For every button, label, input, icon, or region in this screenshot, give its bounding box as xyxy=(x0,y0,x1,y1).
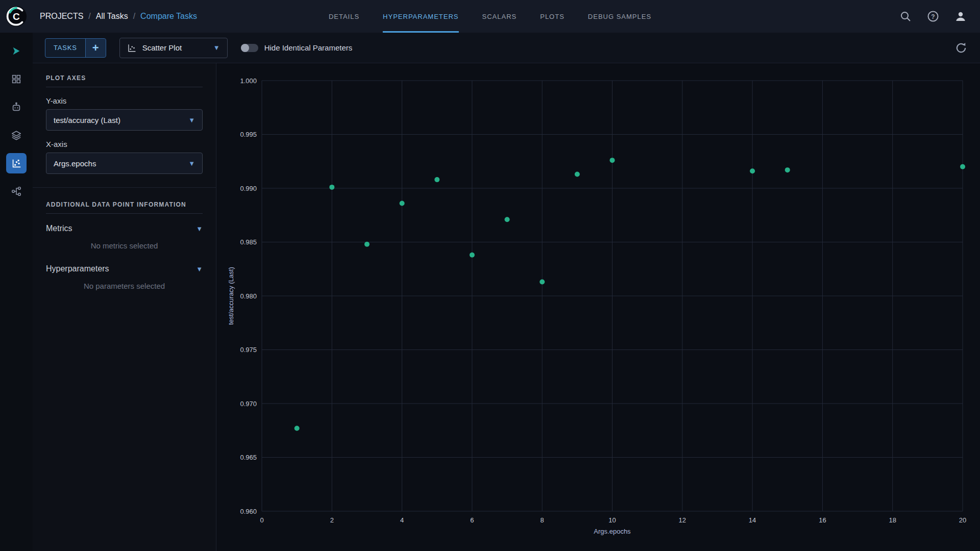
content-column: TASKS + Scatter Plot ▼ Hide Identical P xyxy=(33,33,980,551)
svg-text:0: 0 xyxy=(260,516,263,524)
svg-text:test/accuracy (Last): test/accuracy (Last) xyxy=(227,267,235,324)
svg-text:C: C xyxy=(13,11,20,22)
svg-text:0.975: 0.975 xyxy=(240,346,257,354)
tab-hyperparameters[interactable]: HYPERPARAMETERS xyxy=(383,0,458,33)
tab-scalars[interactable]: SCALARS xyxy=(482,0,517,33)
svg-text:16: 16 xyxy=(819,516,826,524)
compare-toolbar: TASKS + Scatter Plot ▼ Hide Identical P xyxy=(33,33,980,63)
clearml-logo[interactable]: C xyxy=(0,6,33,27)
svg-text:0.995: 0.995 xyxy=(240,131,257,138)
x-axis-value: Args.epochs xyxy=(54,159,96,168)
chevron-down-icon: ▼ xyxy=(196,265,203,273)
chevron-down-icon: ▼ xyxy=(188,116,195,124)
breadcrumb-separator: / xyxy=(88,12,90,21)
plot-settings-panel: PLOT AXES Y-axis test/accuracy (Last) ▼ … xyxy=(33,63,216,551)
sidebar-item-reports[interactable] xyxy=(0,93,33,121)
help-icon[interactable]: ? xyxy=(927,10,939,22)
pipelines-icon xyxy=(11,186,22,197)
metrics-collapse[interactable]: Metrics ▼ xyxy=(46,224,203,233)
svg-text:1.000: 1.000 xyxy=(240,77,257,85)
svg-text:6: 6 xyxy=(470,516,474,524)
work-row: PLOT AXES Y-axis test/accuracy (Last) ▼ … xyxy=(33,63,980,551)
layers-icon xyxy=(11,130,22,141)
reports-bot-icon xyxy=(11,102,22,113)
scatter-compare-icon xyxy=(11,158,22,169)
app-root: C PROJECTS / All Tasks / Compare Tasks D… xyxy=(0,0,980,551)
chevron-down-icon: ▼ xyxy=(213,44,220,52)
search-icon[interactable] xyxy=(899,10,912,22)
sidebar-item-models[interactable] xyxy=(0,121,33,149)
scatter-plot-icon xyxy=(127,43,136,53)
header-tabs: DETAILS HYPERPARAMETERS SCALARS PLOTS DE… xyxy=(329,0,651,33)
y-axis-value: test/accuracy (Last) xyxy=(54,116,120,124)
additional-info-heading: ADDITIONAL DATA POINT INFORMATION xyxy=(46,201,203,214)
projects-icon xyxy=(11,45,22,57)
svg-text:0.960: 0.960 xyxy=(240,508,257,515)
svg-text:14: 14 xyxy=(749,516,756,524)
breadcrumb: PROJECTS / All Tasks / Compare Tasks xyxy=(40,12,197,21)
tab-debug-samples[interactable]: DEBUG SAMPLES xyxy=(588,0,651,33)
svg-text:0.990: 0.990 xyxy=(240,185,257,192)
body-row: TASKS + Scatter Plot ▼ Hide Identical P xyxy=(0,33,980,551)
metrics-empty-state: No metrics selected xyxy=(46,241,203,250)
clearml-logo-icon: C xyxy=(6,6,27,27)
breadcrumb-all-tasks[interactable]: All Tasks xyxy=(96,12,128,21)
top-header: C PROJECTS / All Tasks / Compare Tasks D… xyxy=(0,0,980,33)
plot-type-value: Scatter Plot xyxy=(142,43,207,52)
chevron-down-icon: ▼ xyxy=(188,160,195,167)
hyperparameters-empty-state: No parameters selected xyxy=(46,282,203,290)
plot-axes-heading: PLOT AXES xyxy=(46,74,203,87)
scatter-plot[interactable]: 024681012141618200.9600.9650.9700.9750.9… xyxy=(216,63,980,551)
svg-text:10: 10 xyxy=(608,516,616,524)
panel-divider xyxy=(33,187,216,188)
tab-plots[interactable]: PLOTS xyxy=(540,0,565,33)
svg-text:20: 20 xyxy=(959,516,966,524)
svg-text:18: 18 xyxy=(889,516,896,524)
tab-details[interactable]: DETAILS xyxy=(329,0,359,33)
header-actions: ? xyxy=(899,10,980,22)
toggle-knob xyxy=(241,44,249,52)
tasks-button-group: TASKS + xyxy=(45,38,106,58)
svg-text:?: ? xyxy=(931,13,935,20)
svg-text:8: 8 xyxy=(541,516,544,524)
breadcrumb-compare-tasks: Compare Tasks xyxy=(140,12,197,21)
y-axis-select[interactable]: test/accuracy (Last) ▼ xyxy=(46,109,203,131)
sidebar-item-experiments-compare[interactable] xyxy=(0,149,33,177)
hide-identical-toggle[interactable] xyxy=(241,44,258,52)
tasks-button[interactable]: TASKS xyxy=(45,39,85,57)
side-rail xyxy=(0,33,33,551)
scatter-chart-area: 024681012141618200.9600.9650.9700.9750.9… xyxy=(216,63,980,551)
hide-identical-row: Hide Identical Parameters xyxy=(241,43,353,52)
chevron-down-icon: ▼ xyxy=(196,225,203,233)
svg-text:0.965: 0.965 xyxy=(240,454,257,461)
plot-type-select[interactable]: Scatter Plot ▼ xyxy=(119,38,228,58)
svg-text:2: 2 xyxy=(330,516,334,524)
breadcrumb-projects[interactable]: PROJECTS xyxy=(40,12,83,21)
user-avatar[interactable] xyxy=(954,10,967,22)
add-task-button[interactable]: + xyxy=(85,39,106,57)
hyperparameters-collapse[interactable]: Hyperparameters ▼ xyxy=(46,264,203,273)
svg-text:0.980: 0.980 xyxy=(240,292,257,300)
svg-text:4: 4 xyxy=(400,516,404,524)
svg-text:0.970: 0.970 xyxy=(240,400,257,408)
sidebar-item-pipelines[interactable] xyxy=(0,177,33,205)
svg-text:Args.epochs: Args.epochs xyxy=(594,528,631,535)
hide-identical-label: Hide Identical Parameters xyxy=(264,43,353,52)
sidebar-item-datasets[interactable] xyxy=(0,65,33,93)
auto-refresh-icon[interactable] xyxy=(954,41,968,55)
y-axis-label: Y-axis xyxy=(46,96,203,105)
svg-text:12: 12 xyxy=(679,516,686,524)
metrics-label: Metrics xyxy=(46,224,72,233)
sidebar-item-projects[interactable] xyxy=(0,37,33,65)
x-axis-label: X-axis xyxy=(46,140,203,148)
x-axis-select[interactable]: Args.epochs ▼ xyxy=(46,153,203,174)
svg-text:0.985: 0.985 xyxy=(240,238,257,246)
datasets-icon xyxy=(11,73,22,85)
hyperparameters-label: Hyperparameters xyxy=(46,264,109,273)
breadcrumb-separator: / xyxy=(133,12,135,21)
